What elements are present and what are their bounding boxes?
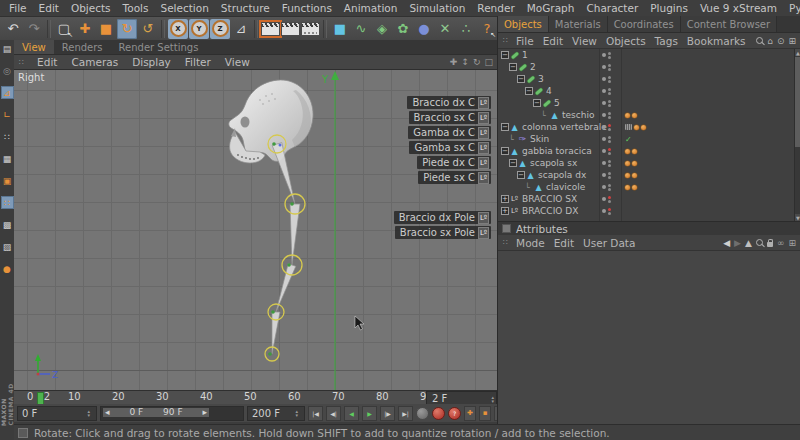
object-row-scapola-dx[interactable]: −▲scapola dx (498, 169, 800, 181)
editor-visibility-dot[interactable] (608, 172, 611, 175)
enabled-check-icon[interactable]: ✓ (625, 135, 632, 144)
viewport-canvas[interactable]: Right Y (14, 70, 497, 392)
play-backward-button[interactable]: ◀ (344, 406, 359, 421)
expand-icon[interactable]: + (501, 195, 509, 203)
render-visibility-dot[interactable] (608, 188, 611, 191)
texture-tag-icon[interactable] (632, 173, 637, 178)
render-visibility-dot[interactable] (608, 56, 611, 59)
editor-visibility-dot[interactable] (608, 124, 611, 127)
render-visibility-dot[interactable] (608, 92, 611, 95)
object-row-5[interactable]: −5 (498, 97, 800, 109)
object-row-braccio-sx[interactable]: +LºBRACCIO SX (498, 193, 800, 205)
range-right-arrow-icon[interactable]: ▸ (202, 407, 207, 417)
collapse-icon[interactable]: − (517, 171, 525, 179)
link-icon[interactable]: ⊙ (777, 36, 785, 46)
attributes-menu-edit[interactable]: Edit (554, 237, 574, 249)
manager-tab-objects[interactable]: Objects (498, 16, 549, 32)
object-row-1[interactable]: −1 (498, 49, 800, 61)
menu-character[interactable]: Character (580, 2, 644, 14)
editor-visibility-dot[interactable] (608, 76, 611, 79)
visibility-dots[interactable] (602, 100, 611, 107)
hud-label-braccio-dx-c[interactable]: Braccio dx CLº (407, 96, 491, 109)
texture-tag-icon[interactable] (632, 113, 637, 118)
render-visibility-dot[interactable] (608, 128, 611, 131)
object-manager-menu-file[interactable]: File (516, 35, 534, 47)
viewport-menu-edit[interactable]: Edit (37, 56, 57, 68)
editor-visibility-dot[interactable] (608, 100, 611, 103)
editor-visibility-dot[interactable] (608, 196, 611, 199)
maximize-view-icon[interactable]: □ (484, 57, 493, 67)
object-manager-menu-bookmarks[interactable]: Bookmarks (687, 35, 746, 47)
help-button[interactable]: ?↖ (477, 19, 497, 39)
render-visibility-dot[interactable] (608, 140, 611, 143)
rotate-view-icon[interactable]: ↻ (473, 57, 481, 67)
layer-dot[interactable] (602, 65, 606, 69)
visibility-dots[interactable] (602, 148, 611, 155)
collapse-icon[interactable]: − (501, 51, 509, 59)
visibility-dots[interactable] (602, 124, 611, 131)
render-visibility-dot[interactable] (608, 104, 611, 107)
object-row-teschio[interactable]: └▲teschio (498, 109, 800, 121)
frame-range-slider[interactable]: ◂0 F90 F▸ (100, 406, 244, 421)
new-panel-icon[interactable]: ⊞ (788, 238, 796, 248)
lock-x-axis-button[interactable]: X (168, 19, 188, 39)
rotate-tool[interactable]: ↻ (117, 19, 137, 39)
lock-icon[interactable] (767, 242, 773, 247)
menu-render[interactable]: Render (471, 2, 520, 14)
search-icon[interactable] (756, 239, 763, 246)
layer-dot[interactable] (602, 161, 606, 165)
menu-mograph[interactable]: MoGraph (521, 2, 581, 14)
editor-visibility-dot[interactable] (608, 148, 611, 151)
visibility-dots[interactable] (602, 64, 611, 71)
visibility-dots[interactable] (602, 52, 611, 59)
frame-range-bar[interactable]: ◂0 F90 F▸ (103, 408, 209, 417)
texture-tag-icon[interactable] (632, 161, 637, 166)
visibility-dots[interactable] (602, 112, 611, 119)
add-modeling-object-button[interactable]: ✿ (393, 19, 413, 39)
hud-label-gamba-sx-c[interactable]: Gamba sx CLº (409, 141, 491, 154)
render-visibility-dot[interactable] (608, 68, 611, 71)
editor-visibility-dot[interactable] (608, 64, 611, 67)
object-manager-menu-tags[interactable]: Tags (655, 35, 678, 47)
live-selection-tool[interactable]: ▢↖ (54, 19, 74, 39)
menu-file[interactable]: File (3, 2, 33, 14)
texture-mode-button[interactable]: ▩ (1, 218, 14, 231)
layer-dot[interactable] (602, 149, 606, 153)
texture-tag-icon[interactable] (625, 185, 630, 190)
lock-y-axis-button[interactable]: Y (189, 19, 209, 39)
visibility-dots[interactable] (602, 172, 611, 179)
visibility-dots[interactable] (602, 88, 611, 95)
end-frame-field[interactable]: 200 F▴▾ (247, 406, 305, 421)
home-icon[interactable]: ⌂ (767, 36, 773, 46)
last-used-tool[interactable]: ↺ (138, 19, 158, 39)
keyframe-selection-button[interactable] (416, 407, 429, 420)
render-visibility-dot[interactable] (608, 200, 611, 203)
spinner-icon[interactable]: ▴▾ (295, 409, 300, 417)
layer-dot[interactable] (602, 125, 606, 129)
menu-plugins[interactable]: Plugins (644, 2, 694, 14)
render-visibility-dot[interactable] (608, 152, 611, 155)
object-row-scapola-sx[interactable]: −▲scapola sx (498, 157, 800, 169)
viewport-menu-filter[interactable]: Filter (185, 56, 211, 68)
render-picture-viewer-button[interactable] (281, 22, 300, 36)
object-row-gabbia-toracica[interactable]: −▲gabbia toracica (498, 145, 800, 157)
editor-visibility-dot[interactable] (608, 52, 611, 55)
up-icon[interactable]: ▲ (745, 238, 752, 248)
render-settings-button[interactable] (301, 22, 320, 36)
object-row-skin[interactable]: └✑Skin✓ (498, 133, 800, 145)
viewport-tab-render-settings[interactable]: Render Settings (111, 40, 207, 54)
forward-icon[interactable]: ▶ (734, 238, 741, 248)
coordinate-system-toggle[interactable]: ⊿ (231, 19, 251, 39)
render-visibility-dot[interactable] (608, 212, 611, 215)
move-tool[interactable]: ✚ (75, 19, 95, 39)
collapse-icon[interactable]: − (533, 99, 541, 107)
visibility-dots[interactable] (602, 160, 611, 167)
layer-dot[interactable] (602, 197, 606, 201)
new-panel-icon[interactable]: ⊞ (788, 36, 796, 46)
link-icon[interactable]: ∞ (777, 238, 785, 248)
editor-visibility-dot[interactable] (608, 160, 611, 163)
hud-label-braccio-sx-c[interactable]: Braccio sx CLº (409, 111, 491, 124)
make-editable-button[interactable]: ◎ (1, 64, 14, 77)
collapse-icon[interactable]: − (501, 147, 509, 155)
attributes-menu-user-data[interactable]: User Data (583, 237, 635, 249)
